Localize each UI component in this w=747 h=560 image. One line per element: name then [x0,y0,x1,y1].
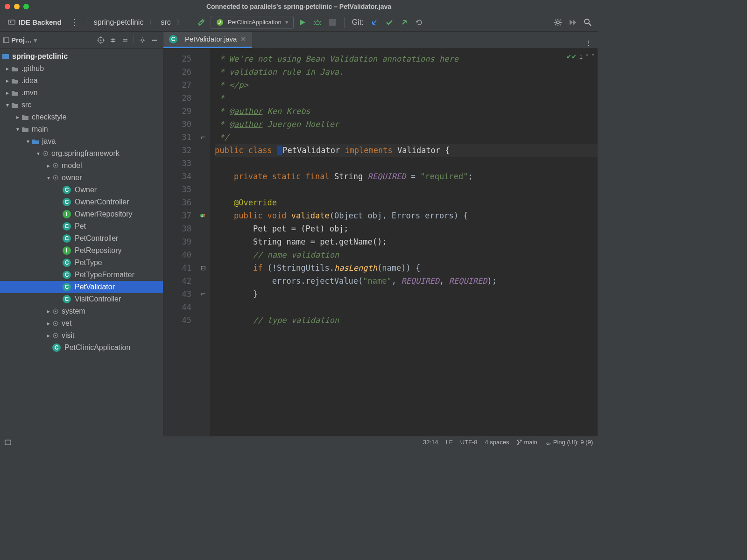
tree-item[interactable]: ▸.idea [0,75,163,87]
git-history-button[interactable] [413,16,425,28]
tool-settings-button[interactable] [137,35,148,46]
breadcrumb-root[interactable]: spring-petclinic [92,17,146,28]
minimize-window-button[interactable] [14,4,20,9]
chevron-down-icon[interactable]: ▾ [45,175,52,181]
chevron-down-icon[interactable]: ▾ [14,126,21,133]
chevron-right-icon[interactable]: ▸ [4,90,11,96]
git-pull-button[interactable] [368,16,381,28]
code-line[interactable] [215,157,598,170]
tool-window-quick-access[interactable] [5,439,11,446]
tree-item[interactable]: CPetController [0,232,163,245]
fold-column[interactable]: ⌐I⊟⌐ [196,49,210,436]
run-config-selector[interactable]: PetClinicApplication ▾ [211,16,294,29]
chevron-down-icon[interactable]: ▾ [24,138,32,145]
editor-body[interactable]: 2526272829303132333435363738394041424344… [163,49,598,436]
debug-button[interactable] [311,16,324,28]
fold-handle[interactable]: ⊟ [196,261,210,274]
select-opened-file-button[interactable] [95,35,106,46]
code-line[interactable]: * We're not using Bean Validation annota… [215,52,598,65]
tree-item[interactable]: ▸.github [0,63,163,75]
code-line[interactable]: * @author Ken Krebs [215,105,598,118]
tree-item[interactable]: CPetType [0,257,163,269]
code-line[interactable]: String name = pet.getName(); [215,235,598,248]
project-title[interactable]: Proj… ▾ [3,36,37,44]
code-line[interactable]: if (!StringUtils.hasLength(name)) { [215,261,598,274]
chevron-right-icon[interactable]: ▸ [4,77,11,84]
chevron-right-icon[interactable]: ▸ [45,308,52,315]
tree-item[interactable]: ▸system [0,305,163,317]
tree-item[interactable]: ▸model [0,160,163,172]
tree-item[interactable]: ▾src [0,99,163,111]
ide-backend-button[interactable]: IDE Backend [4,16,65,28]
code-line[interactable]: // type validation [215,314,598,327]
code-line[interactable]: @Override [215,196,598,209]
build-button[interactable] [196,16,208,28]
code-line[interactable]: */ [215,131,598,144]
code-line[interactable]: * [215,91,598,105]
fold-handle[interactable]: ⌐ [196,287,210,301]
tree-item[interactable]: CPetValidator [0,281,163,293]
tree-item[interactable]: CPetClinicApplication [0,342,163,354]
caret-position[interactable]: 32:14 [423,439,438,446]
code-area[interactable]: ✔✔ 1 ˄ ˅ * We're not using Bean Validati… [210,49,598,436]
tree-root[interactable]: spring-petclinic [0,50,163,63]
code-line[interactable]: * </p> [215,78,598,91]
fold-handle[interactable]: ⌐ [196,131,210,144]
project-tree[interactable]: spring-petclinic ▸.github▸.idea▸.mvn▾src… [0,49,163,436]
code-line[interactable]: Pet pet = (Pet) obj; [215,222,598,235]
settings-button[interactable] [552,16,564,28]
chevron-down-icon[interactable]: ▾ [4,102,11,108]
tree-item[interactable]: ▸visit [0,329,163,342]
code-line[interactable]: // name validation [215,248,598,261]
git-push-button[interactable] [398,16,410,28]
code-line[interactable] [215,183,598,196]
fullscreen-window-button[interactable] [23,4,29,9]
close-window-button[interactable] [5,4,10,9]
chevron-right-icon[interactable]: ▸ [14,114,21,120]
code-line[interactable]: } [215,287,598,301]
code-line[interactable]: public void validate(Object obj, Errors … [215,209,598,222]
run-anything-button[interactable] [567,16,579,28]
chevron-right-icon[interactable]: ▸ [45,320,52,327]
tree-item[interactable]: COwner [0,184,163,196]
file-encoding[interactable]: UTF-8 [460,439,478,446]
code-line[interactable]: errors.rejectValue("name", REQUIRED, REQ… [215,274,598,287]
tree-item[interactable]: CPetTypeFormatter [0,269,163,281]
tree-item[interactable]: IOwnerRepository [0,208,163,220]
tree-item[interactable]: IPetRepository [0,245,163,257]
ping-indicator[interactable]: Ping (UI): 9 (9) [545,439,593,446]
chevron-down-icon[interactable]: ▾ [35,150,42,157]
editor-tab-active[interactable]: C PetValidator.java ✕ [163,32,252,48]
chevron-right-icon[interactable]: ▸ [4,65,11,72]
run-button[interactable] [296,16,309,28]
tree-item[interactable]: ▾org.springframework [0,147,163,160]
chevron-right-icon[interactable]: ▸ [45,162,52,169]
git-commit-button[interactable] [383,16,395,28]
indent-settings[interactable]: 4 spaces [485,439,509,446]
chevron-down-icon[interactable]: ˅ [592,50,595,63]
code-line[interactable]: private static final String REQUIRED = "… [215,170,598,183]
breadcrumb-src[interactable]: src [159,17,172,28]
collapse-all-button[interactable] [120,35,131,46]
tree-item[interactable]: ▾owner [0,172,163,184]
stop-button[interactable] [326,16,338,28]
fold-handle[interactable]: I [196,209,210,222]
tree-item[interactable]: COwnerController [0,196,163,208]
git-branch[interactable]: main [517,439,537,446]
tree-item[interactable]: CVisitController [0,293,163,305]
tree-item[interactable]: ▾main [0,123,163,135]
tab-more-button[interactable]: ⋮ [583,37,594,48]
tree-item[interactable]: ▸checkstyle [0,111,163,123]
more-icon[interactable]: ⋮ [68,16,80,28]
tree-item[interactable]: ▸vet [0,317,163,329]
tree-item[interactable]: ▾java [0,135,163,147]
close-tab-button[interactable]: ✕ [240,35,247,43]
tree-item[interactable]: CPet [0,220,163,232]
expand-all-button[interactable] [107,35,119,46]
search-everywhere-button[interactable] [582,16,594,28]
code-line[interactable] [215,301,598,314]
chevron-up-icon[interactable]: ˄ [585,50,589,63]
tree-item[interactable]: ▸.mvn [0,87,163,99]
inspection-widget[interactable]: ✔✔ 1 ˄ ˅ [566,50,595,63]
chevron-right-icon[interactable]: ▸ [45,332,52,339]
